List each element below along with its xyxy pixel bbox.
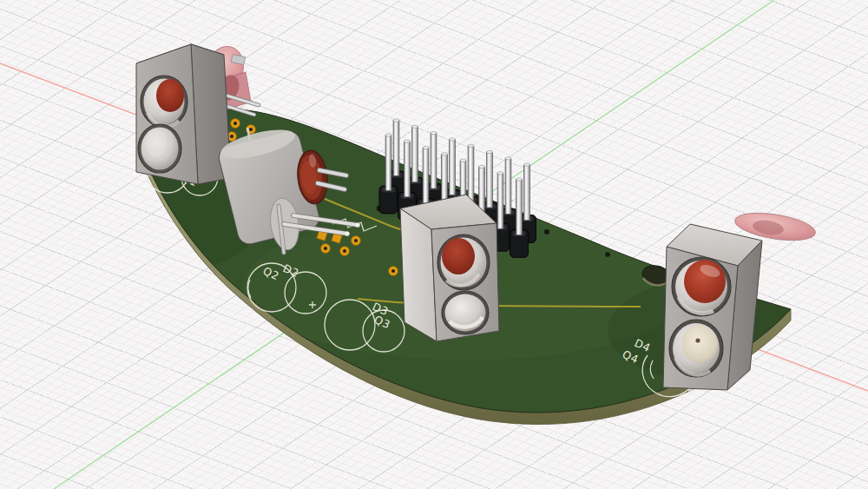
holder1-bottom-bore [138, 124, 181, 173]
holder3-bottom-bore [442, 291, 489, 334]
phototransistor-q4 [681, 325, 718, 363]
led-holder-d3-q3 [400, 195, 499, 341]
holder1-top-bore [141, 76, 187, 128]
holder4-top-bore [672, 257, 731, 316]
holder3-top-bore [437, 235, 490, 290]
cad-3d-viewport[interactable]: D1 Q1 D2 Q2 D3 Q3 D4 Q4 [0, 0, 868, 489]
render-canvas: D1 Q1 D2 Q2 D3 Q3 D4 Q4 [0, 0, 868, 489]
holder4-bottom-bore [669, 320, 723, 377]
led-holder-d1-q1 [136, 44, 231, 184]
led-d1-lens [156, 79, 184, 112]
led-d3-lens [442, 238, 475, 274]
